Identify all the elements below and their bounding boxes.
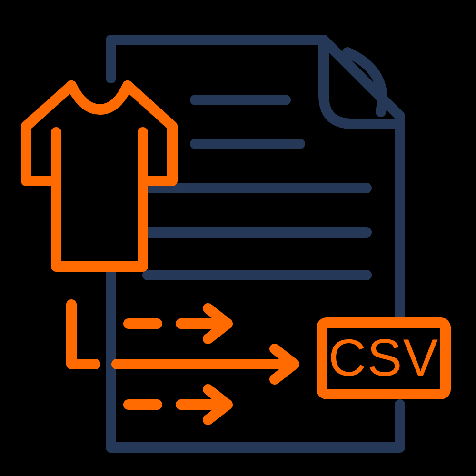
csv-badge-label: CSV [327,324,441,390]
illustration-svg [0,0,476,476]
export-to-csv-illustration: CSV [0,0,476,476]
tshirt-icon [26,86,172,267]
export-arrows-icon [71,305,294,420]
